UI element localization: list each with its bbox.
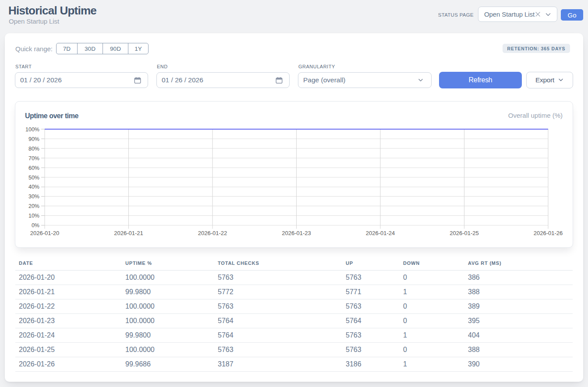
svg-text:2026-01-26: 2026-01-26 [534,230,563,236]
svg-text:2026-01-21: 2026-01-21 [114,230,143,236]
svg-text:80%: 80% [28,146,39,152]
svg-text:2026-01-22: 2026-01-22 [198,230,227,236]
svg-text:100%: 100% [25,127,39,133]
svg-text:20%: 20% [28,203,39,209]
svg-text:0%: 0% [32,222,39,229]
svg-text:2026-01-25: 2026-01-25 [450,230,479,236]
svg-text:70%: 70% [28,155,39,162]
svg-text:40%: 40% [28,184,39,190]
svg-text:90%: 90% [28,136,39,142]
svg-text:30%: 30% [28,194,39,200]
svg-text:2026-01-23: 2026-01-23 [282,230,311,236]
svg-text:2026-01-24: 2026-01-24 [366,230,395,236]
svg-text:60%: 60% [28,165,39,171]
svg-text:10%: 10% [28,213,39,219]
svg-text:2026-01-20: 2026-01-20 [30,230,60,236]
svg-text:50%: 50% [28,175,39,181]
